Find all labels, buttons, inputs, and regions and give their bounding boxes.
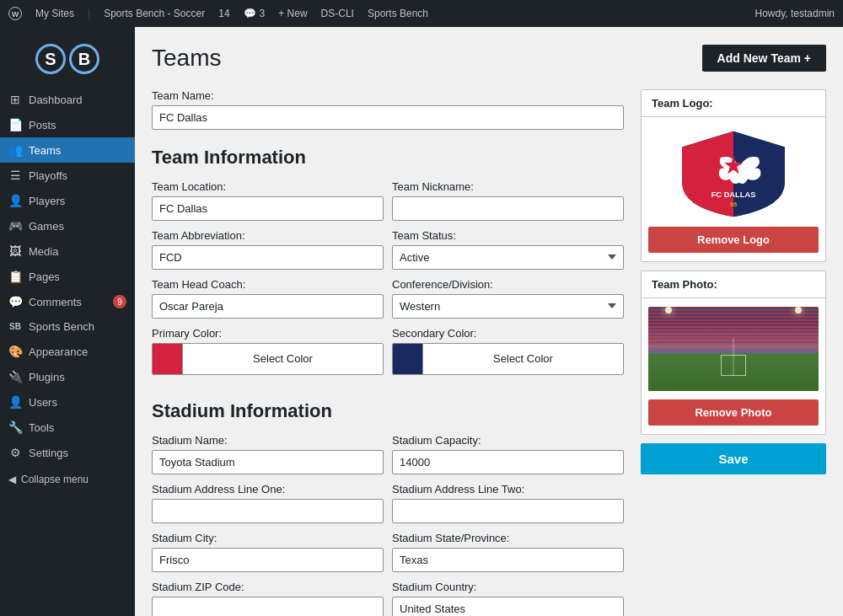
sidebar-item-dashboard[interactable]: ⊞Dashboard — [0, 87, 135, 112]
remove-photo-button[interactable]: Remove Photo — [648, 399, 819, 426]
new-link[interactable]: + New — [278, 8, 307, 19]
sidebar-item-posts[interactable]: 📄Posts — [0, 112, 135, 137]
remove-logo-button[interactable]: Remove Logo — [648, 227, 819, 253]
sidebar-logo: S B — [0, 27, 135, 87]
conference-select[interactable]: Eastern Western — [392, 294, 624, 319]
sidebar-item-players[interactable]: 👤Players — [0, 188, 135, 213]
fc-dallas-logo: FC DALLAS 96 — [674, 126, 792, 218]
tools-icon: 🔧 — [8, 420, 22, 434]
secondary-color-field[interactable]: Select Color — [392, 343, 624, 375]
stadium-capacity-label: Stadium Capacity: — [392, 434, 624, 447]
wp-logo[interactable]: W — [8, 7, 22, 20]
svg-text:96: 96 — [730, 201, 737, 208]
site-name-link[interactable]: Sports Bench - Soccer — [104, 8, 205, 19]
save-button[interactable]: Save — [641, 443, 826, 474]
team-status-select[interactable]: Active Inactive — [392, 245, 624, 270]
primary-color-field[interactable]: Select Color — [152, 343, 384, 375]
sidebar-item-tools[interactable]: 🔧Tools — [0, 415, 135, 440]
appearance-icon: 🎨 — [8, 345, 22, 358]
collapse-menu-label: Collapse menu — [21, 474, 89, 485]
team-name-section: Team Name: — [152, 89, 624, 130]
teams-icon: 👥 — [8, 143, 22, 157]
sports-bench-link[interactable]: Sports Bench — [368, 8, 428, 19]
comments-icon: 💬 — [8, 295, 22, 308]
playoffs-icon: ☰ — [8, 169, 22, 182]
sidebar-item-comments[interactable]: 💬 Comments 9 — [0, 289, 135, 314]
sidebar-item-playoffs[interactable]: ☰Playoffs — [0, 163, 135, 188]
stadium-state-label: Stadium State/Province: — [392, 532, 624, 544]
sidebar-item-media[interactable]: 🖼Media — [0, 238, 135, 264]
sidebar-item-settings-label: Settings — [29, 447, 68, 459]
posts-icon: 📄 — [8, 118, 22, 131]
sidebar-item-appearance[interactable]: 🎨Appearance — [0, 339, 135, 364]
team-logo-panel: Team Logo: — [641, 89, 826, 262]
sidebar-item-teams[interactable]: 👥Teams — [0, 137, 135, 163]
conference-label: Conference/Division: — [392, 278, 624, 291]
comments-count: 3 — [260, 8, 266, 19]
team-nickname-input[interactable] — [392, 196, 624, 221]
dashboard-icon: ⊞ — [8, 93, 22, 106]
form-sidebar: Team Logo: — [641, 89, 826, 616]
team-abbr-input[interactable] — [152, 245, 384, 270]
secondary-color-select-label[interactable]: Select Color — [423, 347, 623, 370]
sidebar-item-users[interactable]: 👤Users — [0, 389, 135, 415]
primary-color-select-label[interactable]: Select Color — [183, 347, 383, 370]
stadium-name-label: Stadium Name: — [152, 434, 384, 447]
team-photo-image — [648, 307, 819, 391]
stadium-zip-label: Stadium ZIP Code: — [152, 581, 384, 593]
team-logo-panel-title: Team Logo: — [642, 90, 825, 117]
collapse-arrow-icon: ◀ — [8, 474, 16, 485]
ds-cli-label: DS-CLI — [321, 8, 354, 19]
team-abbr-label: Team Abbreviation: — [152, 229, 384, 242]
page-title: Teams — [152, 44, 221, 72]
collapse-menu-btn[interactable]: ◀ Collapse menu — [0, 465, 135, 494]
secondary-color-swatch — [393, 344, 423, 374]
sidebar-item-plugins-label: Plugins — [29, 371, 65, 383]
sidebar-item-games[interactable]: 🎮Games — [0, 213, 135, 238]
ds-cli-link[interactable]: DS-CLI — [321, 8, 354, 19]
stadium-city-input[interactable] — [152, 548, 384, 572]
sidebar-item-pages-label: Pages — [29, 271, 60, 283]
my-sites-link[interactable]: My Sites — [35, 8, 74, 19]
stadium-country-label: Stadium Country: — [392, 581, 624, 593]
sidebar-item-settings[interactable]: ⚙Settings — [0, 440, 135, 465]
primary-color-label: Primary Color: — [152, 327, 384, 340]
team-name-label: Team Name: — [152, 89, 624, 102]
stadium-state-input[interactable] — [392, 548, 624, 572]
stadium-address1-label: Stadium Address Line One: — [152, 483, 384, 495]
page-header: Teams Add New Team + — [152, 44, 826, 72]
sidebar-item-users-label: Users — [29, 396, 57, 409]
team-coach-input[interactable] — [152, 294, 384, 319]
stadium-name-input[interactable] — [152, 450, 384, 474]
team-status-label: Team Status: — [392, 229, 624, 242]
edit-count-link[interactable]: 14 — [218, 8, 229, 19]
stadium-country-input[interactable] — [392, 597, 624, 616]
stadium-address2-input[interactable] — [392, 499, 624, 523]
players-icon: 👤 — [8, 194, 22, 207]
team-location-input[interactable] — [152, 196, 384, 221]
edit-count: 14 — [218, 8, 229, 19]
team-coach-label: Team Head Coach: — [152, 278, 384, 291]
sidebar-item-sports-bench[interactable]: SBSports Bench — [0, 314, 135, 339]
stadium-address1-input[interactable] — [152, 499, 384, 523]
comments-link[interactable]: 💬 3 — [244, 8, 266, 19]
sidebar-item-pages[interactable]: 📋Pages — [0, 264, 135, 289]
team-photo-panel: Team Photo: — [641, 271, 826, 435]
add-new-team-button[interactable]: Add New Team + — [702, 45, 826, 72]
stadium-zip-input[interactable] — [152, 597, 384, 616]
sidebar-item-games-label: Games — [29, 220, 64, 233]
sidebar-item-sports-bench-label: Sports Bench — [29, 320, 94, 333]
team-info-section: Team Information Team Location: Team Nic… — [152, 147, 624, 383]
sidebar-item-dashboard-label: Dashboard — [29, 94, 83, 106]
howdy-label: Howdy, testadmin — [755, 8, 835, 19]
admin-bar: W My Sites | Sports Bench - Soccer 14 💬 … — [0, 0, 843, 27]
stadium-capacity-input[interactable] — [392, 450, 624, 474]
sidebar-item-posts-label: Posts — [29, 119, 56, 131]
team-name-input[interactable] — [152, 105, 624, 130]
svg-text:FC DALLAS: FC DALLAS — [711, 190, 756, 198]
site-name: Sports Bench - Soccer — [104, 8, 205, 19]
sidebar-item-plugins[interactable]: 🔌Plugins — [0, 364, 135, 389]
sidebar-item-teams-label: Teams — [29, 144, 61, 157]
secondary-color-label: Secondary Color: — [392, 327, 624, 340]
logo-s: S — [35, 44, 66, 74]
